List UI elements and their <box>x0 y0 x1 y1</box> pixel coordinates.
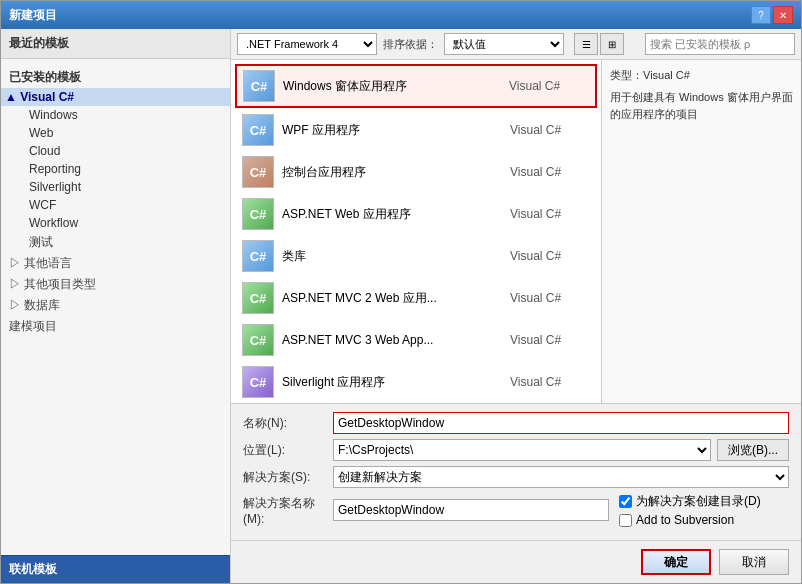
template-icon-winforms: C# <box>243 70 275 102</box>
template-item-mvc2[interactable]: C# ASP.NET MVC 2 Web 应用... Visual C# <box>235 277 597 319</box>
template-icon-aspnet: C# <box>242 198 274 230</box>
sidebar-item-database[interactable]: ▷ 数据库 <box>1 295 230 316</box>
footer: 确定 取消 <box>231 540 801 583</box>
right-panel-desc: 用于创建具有 Windows 窗体用户界面的应用程序的项目 <box>610 89 793 122</box>
add-subversion-checkbox[interactable] <box>619 514 632 527</box>
sidebar-tree: 已安装的模板 ▲ Visual C# Windows Web Cloud Rep… <box>1 59 230 555</box>
location-select[interactable]: F:\CsProjects\ <box>333 439 711 461</box>
online-templates-section: 联机模板 <box>1 555 230 583</box>
template-item-wpf[interactable]: C# WPF 应用程序 Visual C# <box>235 109 597 151</box>
name-input[interactable] <box>333 412 789 434</box>
template-item-winforms[interactable]: C# Windows 窗体应用程序 Visual C# <box>235 64 597 108</box>
installed-label: 已安装的模板 <box>1 63 230 88</box>
sidebar-item-modeling[interactable]: 建模项目 <box>1 316 230 337</box>
sidebar-item-workflow[interactable]: Workflow <box>1 214 230 232</box>
main-area: .NET Framework 4 排序依据： 默认值 ☰ ⊞ <box>231 29 801 583</box>
template-type-silverlight: Visual C# <box>510 375 590 389</box>
template-icon-wpf: C# <box>242 114 274 146</box>
solution-name-row: 解决方案名称(M): 为解决方案创建目录(D) Add to Subversio… <box>243 493 789 527</box>
solution-label: 解决方案(S): <box>243 469 333 486</box>
template-icon-mvc3: C# <box>242 324 274 356</box>
template-item-classlib[interactable]: C# 类库 Visual C# <box>235 235 597 277</box>
sidebar-item-visual-csharp[interactable]: ▲ Visual C# <box>1 88 230 106</box>
checkbox2-row: Add to Subversion <box>619 513 789 527</box>
template-type-mvc3: Visual C# <box>510 333 590 347</box>
sidebar-item-silverlight[interactable]: Silverlight <box>1 178 230 196</box>
window-title: 新建项目 <box>9 7 57 24</box>
view-grid-button[interactable]: ⊞ <box>600 33 624 55</box>
template-icon-silverlight: C# <box>242 366 274 398</box>
sort-select[interactable]: 默认值 <box>444 33 564 55</box>
location-row: 位置(L): F:\CsProjects\ 浏览(B)... <box>243 439 789 461</box>
template-area: C# Windows 窗体应用程序 Visual C# C# <box>231 60 601 403</box>
window-controls: ? ✕ <box>751 6 793 24</box>
template-type-classlib: Visual C# <box>510 249 590 263</box>
template-type-aspnet: Visual C# <box>510 207 590 221</box>
solution-name-input[interactable] <box>333 499 609 521</box>
sidebar: 最近的模板 已安装的模板 ▲ Visual C# Windows Web Clo… <box>1 29 231 583</box>
title-bar: 新建项目 ? ✕ <box>1 1 801 29</box>
template-icon-classlib: C# <box>242 240 274 272</box>
right-panel-type: 类型：Visual C# <box>610 68 793 83</box>
browse-button[interactable]: 浏览(B)... <box>717 439 789 461</box>
sidebar-item-other-types[interactable]: ▷ 其他项目类型 <box>1 274 230 295</box>
template-name-mvc3: ASP.NET MVC 3 Web App... <box>282 333 510 347</box>
sort-label: 排序依据： <box>383 37 438 52</box>
sidebar-item-other-lang[interactable]: ▷ 其他语言 <box>1 253 230 274</box>
help-button[interactable]: ? <box>751 6 771 24</box>
create-dir-checkbox[interactable] <box>619 495 632 508</box>
template-type-mvc2: Visual C# <box>510 291 590 305</box>
template-icon-console: C# <box>242 156 274 188</box>
template-name-wpf: WPF 应用程序 <box>282 122 510 139</box>
search-input[interactable] <box>645 33 795 55</box>
name-row: 名称(N): <box>243 412 789 434</box>
sidebar-item-web[interactable]: Web <box>1 124 230 142</box>
checkbox1-label: 为解决方案创建目录(D) <box>636 493 761 510</box>
sidebar-item-wcf[interactable]: WCF <box>1 196 230 214</box>
template-name-classlib: 类库 <box>282 248 510 265</box>
toolbar: .NET Framework 4 排序依据： 默认值 ☰ ⊞ <box>231 29 801 60</box>
name-label: 名称(N): <box>243 415 333 432</box>
right-panel: 类型：Visual C# 用于创建具有 Windows 窗体用户界面的应用程序的… <box>601 60 801 403</box>
template-name-aspnet: ASP.NET Web 应用程序 <box>282 206 510 223</box>
sidebar-item-reporting[interactable]: Reporting <box>1 160 230 178</box>
main-content: 最近的模板 已安装的模板 ▲ Visual C# Windows Web Clo… <box>1 29 801 583</box>
search-area <box>645 33 795 55</box>
template-type-winforms: Visual C# <box>509 79 589 93</box>
solution-row: 解决方案(S): 创建新解决方案 <box>243 466 789 488</box>
template-name-console: 控制台应用程序 <box>282 164 510 181</box>
template-name-winforms: Windows 窗体应用程序 <box>283 78 509 95</box>
middle-section: C# Windows 窗体应用程序 Visual C# C# <box>231 60 801 403</box>
template-name-silverlight: Silverlight 应用程序 <box>282 374 510 391</box>
solution-name-label: 解决方案名称(M): <box>243 495 333 526</box>
template-item-mvc3[interactable]: C# ASP.NET MVC 3 Web App... Visual C# <box>235 319 597 361</box>
close-button[interactable]: ✕ <box>773 6 793 24</box>
solution-select[interactable]: 创建新解决方案 <box>333 466 789 488</box>
view-list-button[interactable]: ☰ <box>574 33 598 55</box>
sidebar-item-test[interactable]: 测试 <box>1 232 230 253</box>
template-type-wpf: Visual C# <box>510 123 590 137</box>
ok-button[interactable]: 确定 <box>641 549 711 575</box>
recent-templates-section: 最近的模板 <box>1 29 230 59</box>
framework-select[interactable]: .NET Framework 4 <box>237 33 377 55</box>
template-icon-mvc2: C# <box>242 282 274 314</box>
template-list: C# Windows 窗体应用程序 Visual C# C# <box>231 60 601 403</box>
sidebar-item-cloud[interactable]: Cloud <box>1 142 230 160</box>
template-item-silverlight[interactable]: C# Silverlight 应用程序 Visual C# <box>235 361 597 403</box>
location-label: 位置(L): <box>243 442 333 459</box>
template-item-aspnet[interactable]: C# ASP.NET Web 应用程序 Visual C# <box>235 193 597 235</box>
checkbox2-label: Add to Subversion <box>636 513 734 527</box>
bottom-form: 名称(N): 位置(L): F:\CsProjects\ 浏览(B)... 解决… <box>231 403 801 540</box>
template-item-console[interactable]: C# 控制台应用程序 Visual C# <box>235 151 597 193</box>
template-type-console: Visual C# <box>510 165 590 179</box>
template-name-mvc2: ASP.NET MVC 2 Web 应用... <box>282 290 510 307</box>
checkbox1-row: 为解决方案创建目录(D) <box>619 493 789 510</box>
main-window: 新建项目 ? ✕ 最近的模板 已安装的模板 ▲ Visual C# Window… <box>0 0 802 584</box>
cancel-button[interactable]: 取消 <box>719 549 789 575</box>
sidebar-item-windows[interactable]: Windows <box>1 106 230 124</box>
